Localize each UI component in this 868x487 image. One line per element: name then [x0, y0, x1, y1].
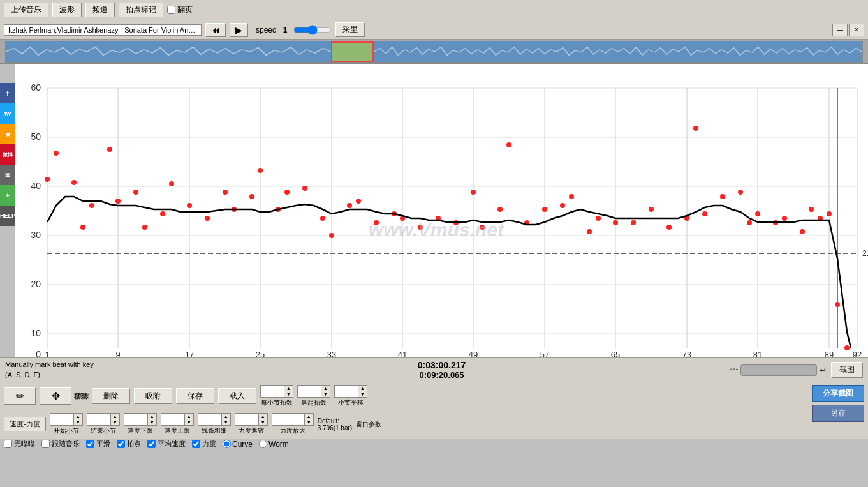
screenshot-button[interactable]: 截图 [831, 362, 863, 378]
force-zoom-input[interactable]: 3.387 [272, 415, 304, 424]
speed-slider[interactable] [293, 25, 332, 35]
start-bar-input[interactable]: 1 [50, 415, 73, 424]
worm-icon: 〰 [730, 366, 738, 375]
snap-up-button[interactable]: ▲ [321, 386, 330, 391]
avg-control[interactable]: 0 ▲ ▼ [334, 385, 367, 398]
svg-text:30: 30 [31, 230, 41, 240]
beat-point-checkbox[interactable] [117, 440, 125, 448]
avg-input[interactable]: 0 [335, 387, 358, 396]
svg-point-93 [755, 211, 760, 216]
beats-per-bar-control[interactable]: 1 ▲ ▼ [260, 385, 293, 398]
play-button[interactable]: ▶ [230, 23, 248, 37]
tempo-button[interactable]: 频道 [85, 3, 115, 17]
force-checkbox[interactable] [192, 440, 200, 448]
avg-speed-checkbox[interactable] [147, 440, 156, 448]
svg-text:www.Vmus.net: www.Vmus.net [369, 219, 505, 240]
end-bar-control[interactable]: 92 ▲ ▼ [87, 413, 120, 426]
end-bar-down-button[interactable]: ▼ [110, 419, 119, 425]
end-bar-input[interactable]: 92 [87, 415, 110, 424]
upload-button[interactable]: 上传音乐 [4, 3, 48, 17]
start-bar-down-button[interactable]: ▼ [73, 419, 82, 425]
avg-up-button[interactable]: ▲ [358, 386, 367, 391]
minimize-button[interactable]: — [832, 24, 848, 36]
worm-radio[interactable] [259, 440, 267, 448]
waveform-button[interactable]: 波形 [52, 3, 82, 17]
force-select-input[interactable]: 2 [235, 415, 258, 424]
page-checkbox[interactable] [167, 6, 175, 14]
avg-speed-label[interactable]: 平均速度 [147, 439, 186, 449]
follow-music-label[interactable]: 跟随音乐 [41, 439, 80, 449]
svg-point-91 [738, 190, 743, 195]
svg-point-83 [613, 220, 618, 225]
beat-point-label[interactable]: 拍点 [117, 439, 141, 449]
line-width-control[interactable]: 3 ▲ ▼ [198, 413, 231, 426]
save-button[interactable]: 保存 [176, 388, 214, 404]
status-hint: Manually mark beat with key (A, S, D, F) [5, 360, 94, 380]
speed-down-up-btn[interactable]: ▲ [147, 414, 156, 419]
end-bar-up-button[interactable]: ▲ [110, 414, 119, 419]
confirm-button[interactable]: 采里 [335, 22, 365, 37]
force-select-dn-btn[interactable]: ▼ [258, 419, 267, 425]
beat-button[interactable]: 拍点标记 [119, 3, 163, 17]
speed-down-control[interactable]: 0 ▲ ▼ [124, 413, 157, 426]
beats-up-button[interactable]: ▲ [284, 386, 293, 391]
default-value: 3.796(1 bar) [318, 424, 352, 431]
curve-radio-label[interactable]: Curve [223, 440, 253, 449]
force-label[interactable]: 力度 [192, 439, 216, 449]
import-button[interactable]: 载入 [218, 388, 256, 404]
snap-control[interactable]: 0 ▲ ▼ [297, 385, 330, 398]
chart-wrapper[interactable]: 60 50 40 30 20 10 0 [15, 64, 868, 357]
start-bar-control[interactable]: 1 ▲ ▼ [50, 413, 83, 426]
svg-text:92: 92 [853, 350, 862, 357]
svg-point-55 [205, 216, 210, 221]
share-button[interactable]: 分享截图 [812, 385, 864, 402]
speed-up-up-btn[interactable]: ▲ [184, 414, 193, 419]
svg-point-43 [45, 177, 50, 182]
force-select-up-btn[interactable]: ▲ [258, 414, 267, 419]
close-button[interactable]: × [849, 24, 864, 36]
share-section: 分享截图 另存 [812, 385, 864, 422]
page-checkbox-label[interactable]: 翻页 [167, 4, 193, 15]
speed-down-input[interactable]: 0 [124, 415, 147, 424]
worm-radio-label[interactable]: Worm [259, 440, 289, 449]
speed-up-input[interactable]: 60 [161, 415, 184, 424]
force-zoom-up-btn[interactable]: ▲ [304, 414, 313, 419]
prev-button[interactable]: ⏮ [205, 23, 226, 37]
curve-radio[interactable] [223, 440, 231, 448]
speed-up-dn-btn[interactable]: ▼ [184, 419, 193, 425]
svg-point-100 [844, 345, 850, 350]
no-silence-label[interactable]: 无嗡嗡 [4, 439, 35, 449]
line-width-up-btn[interactable]: ▲ [221, 414, 230, 419]
no-silence-checkbox[interactable] [4, 440, 12, 448]
speed-up-control[interactable]: 60 ▲ ▼ [161, 413, 194, 426]
smooth-checkbox[interactable] [86, 440, 94, 448]
avg-group: 0 ▲ ▼ 小节平移 [334, 385, 367, 407]
adsorb-button[interactable]: 吸附 [134, 388, 172, 404]
smooth-label[interactable]: 平滑 [86, 439, 110, 449]
svg-text:40: 40 [31, 181, 41, 191]
line-width-input[interactable]: 3 [198, 415, 221, 424]
avg-down-button[interactable]: ▼ [358, 391, 367, 397]
snap-down-button[interactable]: ▼ [321, 391, 330, 397]
beats-down-button[interactable]: ▼ [284, 391, 293, 397]
snap-input[interactable]: 0 [298, 387, 321, 396]
waveform-display [6, 41, 862, 62]
svg-point-96 [800, 229, 805, 234]
force-select-control[interactable]: 2 ▲ ▼ [235, 413, 268, 426]
follow-music-checkbox[interactable] [41, 440, 50, 448]
erase-button[interactable]: ✏ [4, 387, 36, 405]
force-zoom-dn-btn[interactable]: ▼ [304, 419, 313, 425]
start-bar-up-button[interactable]: ▲ [73, 414, 82, 419]
save2-button[interactable]: 另存 [812, 405, 864, 422]
chart-svg: 60 50 40 30 20 10 0 [15, 64, 868, 357]
force-zoom-control[interactable]: 3.387 ▲ ▼ [272, 413, 314, 426]
svg-point-59 [258, 168, 263, 173]
svg-text:60: 60 [31, 82, 41, 93]
svg-point-85 [649, 207, 654, 212]
speed-down-dn-btn[interactable]: ▼ [147, 419, 156, 425]
move-button[interactable]: ✥ [40, 387, 71, 405]
waveform-container[interactable] [5, 41, 863, 63]
line-width-dn-btn[interactable]: ▼ [221, 419, 230, 425]
delete-button[interactable]: 删除 [92, 388, 130, 404]
beats-per-bar-input[interactable]: 1 [261, 387, 284, 396]
